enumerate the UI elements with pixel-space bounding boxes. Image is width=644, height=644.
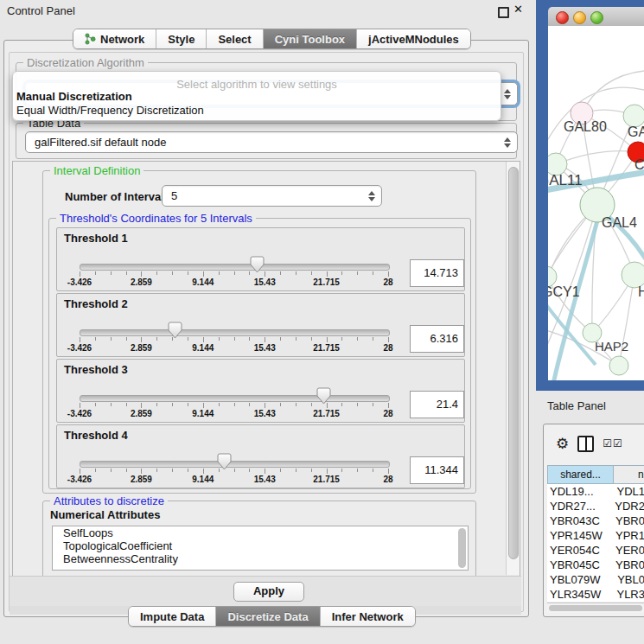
tick-mark	[265, 271, 265, 277]
table-data-combobox[interactable]: galFiltered.sif default node	[25, 131, 518, 153]
minimize-traffic-light-icon[interactable]	[573, 11, 586, 24]
tab-discretize-data[interactable]: Discretize Data	[216, 607, 320, 626]
close-traffic-light-icon[interactable]	[556, 11, 569, 24]
list-scrollbar[interactable]	[458, 528, 466, 568]
tick-label: 2.859	[131, 277, 152, 287]
horizontal-scrollbar[interactable]	[547, 603, 644, 613]
numerical-attributes-list[interactable]: SelfLoopsTopologicalCoefficientBetweenne…	[52, 526, 469, 571]
table-data-group: Table Data galFiltered.sif default node	[16, 123, 517, 159]
float-window-icon[interactable]	[498, 7, 509, 18]
tick-mark	[80, 403, 80, 408]
table-rows: YDL19...YDL1YDR27...YDR2YBR043CYBR0YPR14…	[547, 484, 644, 602]
tick-label: -3.426	[67, 475, 92, 484]
threshold-value-field[interactable]: 21.4	[410, 391, 464, 418]
network-edge[interactable]	[556, 151, 638, 164]
network-view-window[interactable]: GAL80GACGAL11GAL4GCY1HHAP2	[536, 0, 644, 391]
column-header-shared-name[interactable]: shared...	[547, 465, 614, 484]
network-window-titlebar[interactable]	[548, 7, 644, 27]
popup-item-manual-discretization[interactable]: Manual Discretization	[16, 90, 132, 103]
tab-cyni-toolbox[interactable]: Cyni Toolbox	[264, 29, 357, 48]
table-row[interactable]: YLR345WYLR3	[547, 587, 644, 602]
slider-thumb[interactable]	[250, 256, 265, 273]
slider-track[interactable]	[80, 395, 390, 402]
popup-item-equal-width-frequency[interactable]: Equal Width/Frequency Discretization	[16, 104, 204, 117]
threshold-value-field[interactable]: 6.316	[410, 325, 464, 353]
threshold-panel: Threshold 2-3.4262.8599.14415.4321.71528…	[56, 293, 465, 357]
algorithm-prompt: Select algorithm to view settings	[13, 78, 501, 91]
column-header-name[interactable]: na	[614, 465, 644, 484]
tab-network[interactable]: Network	[73, 29, 156, 48]
tick-label: 28	[383, 277, 392, 287]
combo-arrows-icon	[500, 89, 515, 99]
tick-mark	[156, 337, 157, 341]
slider-track[interactable]	[80, 461, 390, 468]
table-row[interactable]: YDL19...YDL1	[547, 484, 644, 499]
node-label: C	[634, 157, 644, 172]
table-row[interactable]: YBR045CYBR0	[547, 558, 644, 572]
network-node[interactable]	[609, 356, 628, 375]
slider-track[interactable]	[80, 264, 390, 271]
tab-select[interactable]: Select	[207, 29, 263, 48]
zoom-traffic-light-icon[interactable]	[590, 11, 603, 24]
attributes-group-label: Attributes to discretize	[50, 494, 168, 507]
tab-label: Impute Data	[140, 610, 204, 623]
cell-name: YLR3	[609, 587, 644, 602]
apply-button[interactable]: Apply	[233, 582, 304, 602]
threshold-value-field[interactable]: 11.344	[410, 456, 464, 484]
slider-thumb[interactable]	[316, 387, 331, 405]
number-of-intervals-combobox[interactable]: 5	[162, 185, 382, 207]
tick-mark	[265, 403, 265, 408]
select-columns-icon[interactable]: ☑☑	[603, 437, 623, 450]
table-row[interactable]: YDR27...YDR2	[547, 499, 644, 513]
table-row[interactable]: YBR043CYBR0	[547, 513, 644, 528]
node-label: GA	[628, 124, 644, 139]
threshold-label: Threshold 3	[64, 363, 128, 376]
network-canvas[interactable]: GAL80GACGAL11GAL4GCY1HHAP2	[548, 26, 644, 380]
table-row[interactable]: YBL079WYBL0	[547, 572, 644, 587]
cyni-mode-tab-bar: Impute DataDiscretize DataInfer Network	[128, 606, 416, 627]
attribute-list-item[interactable]: BetweennessCentrality	[53, 552, 468, 565]
slider-track[interactable]	[80, 329, 390, 336]
gear-icon[interactable]: ⚙	[556, 437, 569, 451]
tick-label: 2.859	[131, 475, 152, 484]
threshold-label: Threshold 1	[64, 232, 128, 245]
combo-arrows-icon	[500, 137, 515, 148]
tick-mark	[280, 469, 281, 472]
tick-mark	[141, 271, 142, 277]
tab-impute-data[interactable]: Impute Data	[129, 607, 216, 626]
slider-thumb[interactable]	[217, 453, 232, 470]
slider-thumb[interactable]	[168, 322, 182, 339]
table-row[interactable]: YER054CYER0	[547, 543, 644, 558]
tick-mark	[311, 403, 312, 406]
slider-ticks	[80, 337, 388, 342]
combo-arrows-icon	[364, 191, 379, 201]
column-layout-icon[interactable]	[577, 436, 594, 452]
tick-mark	[249, 403, 250, 406]
tab-infer-network[interactable]: Infer Network	[321, 607, 415, 626]
scrollbar-thumb[interactable]	[549, 605, 642, 611]
attribute-list-item[interactable]: SelfLoops	[53, 526, 468, 539]
network-icon	[85, 33, 96, 45]
cell-shared-name: YBR045C	[547, 558, 609, 572]
tick-mark	[172, 337, 173, 341]
tab-jactivemnodules[interactable]: jActiveMNodules	[357, 29, 470, 48]
tick-mark	[234, 469, 235, 472]
tick-mark	[373, 403, 373, 406]
tick-label: 21.715	[313, 409, 340, 418]
tick-mark	[188, 403, 188, 406]
slider-ticks	[80, 469, 388, 474]
scrollbar-thumb[interactable]	[508, 167, 519, 559]
control-panel: Control Panel ✕ NetworkStyleSelectCyni T…	[0, 0, 536, 644]
tick-mark	[234, 271, 235, 275]
tick-mark	[249, 469, 250, 472]
tab-style[interactable]: Style	[156, 29, 207, 48]
tick-mark	[111, 469, 112, 472]
tick-mark	[357, 337, 358, 341]
close-icon[interactable]: ✕	[513, 3, 523, 16]
vertical-scrollbar[interactable]	[506, 162, 520, 575]
table-row[interactable]: YPR145WYPR1	[547, 528, 644, 543]
cell-name: YDL1	[609, 484, 644, 499]
attribute-list-item[interactable]: TopologicalCoefficient	[53, 539, 468, 552]
tab-label: Network	[100, 33, 144, 46]
threshold-value-field[interactable]: 14.713	[410, 259, 464, 287]
